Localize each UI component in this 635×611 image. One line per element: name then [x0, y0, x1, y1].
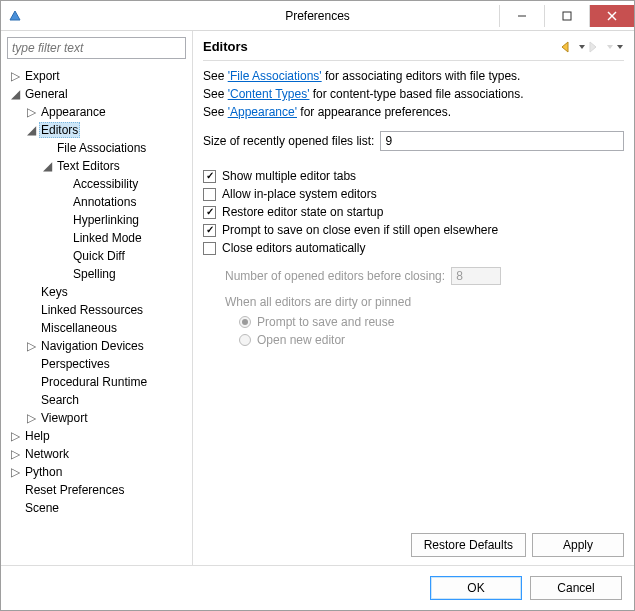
back-menu[interactable]: [578, 41, 586, 53]
chevron-right-icon: ▷: [25, 340, 37, 352]
content-pane: Editors See 'File Associations' for asso…: [193, 31, 634, 565]
restore-defaults-button[interactable]: Restore Defaults: [411, 533, 526, 557]
link-content-types[interactable]: 'Content Types': [228, 87, 310, 101]
window-title: Preferences: [285, 9, 350, 23]
tree-item-editors[interactable]: ◢Editors: [1, 121, 192, 139]
cancel-button[interactable]: Cancel: [530, 576, 622, 600]
preferences-window: Preferences ▷Export ◢General ▷Appearan: [0, 0, 635, 611]
chevron-right-icon: ▷: [9, 466, 21, 478]
sidebar: ▷Export ◢General ▷Appearance ◢Editors Fi…: [1, 31, 193, 565]
tree-item-hyperlinking[interactable]: Hyperlinking: [1, 211, 192, 229]
page-title: Editors: [203, 39, 248, 54]
checkbox-label: Close editors automatically: [222, 241, 365, 255]
tree-item-linked-ressources[interactable]: Linked Ressources: [1, 301, 192, 319]
info-line: See 'Appearance' for appearance preferen…: [203, 105, 624, 119]
forward-button[interactable]: [588, 41, 604, 53]
tree-item-accessibility[interactable]: Accessibility: [1, 175, 192, 193]
tree-item-miscellaneous[interactable]: Miscellaneous: [1, 319, 192, 337]
info-line: See 'File Associations' for associating …: [203, 69, 624, 83]
recent-files-input[interactable]: [380, 131, 624, 151]
checkbox-label: Show multiple editor tabs: [222, 169, 356, 183]
tree-item-linked-mode[interactable]: Linked Mode: [1, 229, 192, 247]
client-area: ▷Export ◢General ▷Appearance ◢Editors Fi…: [1, 31, 634, 610]
chevron-right-icon: ▷: [25, 106, 37, 118]
tree-item-annotations[interactable]: Annotations: [1, 193, 192, 211]
checkbox-restore-state[interactable]: [203, 206, 216, 219]
info-line: See 'Content Types' for content-type bas…: [203, 87, 624, 101]
content-header: Editors: [203, 39, 624, 61]
ok-button[interactable]: OK: [430, 576, 522, 600]
tree-item-quick-diff[interactable]: Quick Diff: [1, 247, 192, 265]
apply-button[interactable]: Apply: [532, 533, 624, 557]
checkbox-prompt-save[interactable]: [203, 224, 216, 237]
back-button[interactable]: [560, 41, 576, 53]
maximize-button[interactable]: [544, 5, 589, 27]
tree-item-appearance[interactable]: ▷Appearance: [1, 103, 192, 121]
tree-item-perspectives[interactable]: Perspectives: [1, 355, 192, 373]
close-button[interactable]: [589, 5, 634, 27]
checkbox-show-multiple-tabs[interactable]: [203, 170, 216, 183]
checkbox-label: Prompt to save on close even if still op…: [222, 223, 498, 237]
tree-item-python[interactable]: ▷Python: [1, 463, 192, 481]
checkbox-label: Allow in-place system editors: [222, 187, 377, 201]
radio-prompt-reuse: [239, 316, 251, 328]
chevron-right-icon: ▷: [9, 70, 21, 82]
content-body: See 'File Associations' for associating …: [203, 61, 624, 347]
titlebar: Preferences: [1, 1, 634, 31]
chevron-down-icon: ◢: [41, 160, 53, 172]
app-icon: [7, 8, 23, 24]
nav-tree[interactable]: ▷Export ◢General ▷Appearance ◢Editors Fi…: [1, 65, 192, 565]
tree-item-export[interactable]: ▷Export: [1, 67, 192, 85]
tree-item-general[interactable]: ◢General: [1, 85, 192, 103]
group-label: When all editors are dirty or pinned: [225, 295, 624, 309]
window-controls: [499, 5, 634, 27]
forward-menu[interactable]: [606, 41, 614, 53]
num-editors-input: [451, 267, 501, 285]
recent-files-label: Size of recently opened files list:: [203, 134, 374, 148]
main-split: ▷Export ◢General ▷Appearance ◢Editors Fi…: [1, 31, 634, 565]
tree-item-reset-preferences[interactable]: Reset Preferences: [1, 481, 192, 499]
dialog-button-bar: OK Cancel: [1, 565, 634, 610]
tree-item-file-associations[interactable]: File Associations: [1, 139, 192, 157]
chevron-right-icon: ▷: [9, 448, 21, 460]
svg-rect-1: [563, 12, 571, 20]
view-menu[interactable]: [616, 41, 624, 53]
tree-item-navigation-devices[interactable]: ▷Navigation Devices: [1, 337, 192, 355]
checkbox-label: Restore editor state on startup: [222, 205, 383, 219]
tree-item-help[interactable]: ▷Help: [1, 427, 192, 445]
minimize-button[interactable]: [499, 5, 544, 27]
tree-item-search[interactable]: Search: [1, 391, 192, 409]
radio-label: Open new editor: [257, 333, 345, 347]
tree-item-procedural-runtime[interactable]: Procedural Runtime: [1, 373, 192, 391]
radio-label: Prompt to save and reuse: [257, 315, 394, 329]
chevron-down-icon: ◢: [9, 88, 21, 100]
tree-item-keys[interactable]: Keys: [1, 283, 192, 301]
link-appearance[interactable]: 'Appearance': [228, 105, 297, 119]
tree-item-text-editors[interactable]: ◢Text Editors: [1, 157, 192, 175]
chevron-right-icon: ▷: [25, 412, 37, 424]
tree-item-scene[interactable]: Scene: [1, 499, 192, 517]
tree-item-network[interactable]: ▷Network: [1, 445, 192, 463]
checkbox-close-auto[interactable]: [203, 242, 216, 255]
checkbox-in-place-editors[interactable]: [203, 188, 216, 201]
radio-open-new: [239, 334, 251, 346]
link-file-associations[interactable]: 'File Associations': [228, 69, 322, 83]
chevron-right-icon: ▷: [9, 430, 21, 442]
tree-item-viewport[interactable]: ▷Viewport: [1, 409, 192, 427]
chevron-down-icon: ◢: [25, 124, 37, 136]
filter-input[interactable]: [7, 37, 186, 59]
tree-item-spelling[interactable]: Spelling: [1, 265, 192, 283]
num-editors-label: Number of opened editors before closing:: [225, 269, 445, 283]
